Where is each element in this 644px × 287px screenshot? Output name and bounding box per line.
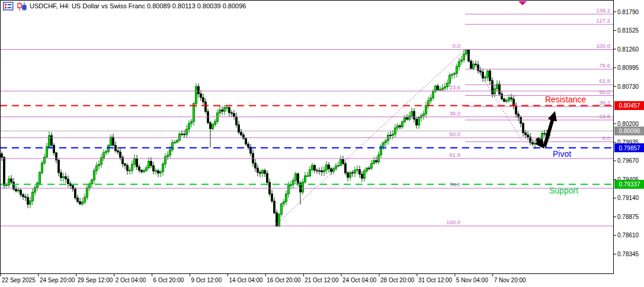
candle — [454, 73, 456, 75]
candle — [53, 145, 55, 153]
candle — [288, 186, 290, 194]
candle — [238, 125, 240, 133]
candle — [399, 126, 401, 127]
candle — [414, 111, 415, 119]
candle — [177, 140, 178, 142]
candle — [463, 54, 465, 60]
annotation-resistance[interactable]: Resistance — [545, 95, 586, 104]
candle — [437, 86, 439, 89]
candle — [210, 122, 212, 128]
price-tick-label: 0.81790 — [617, 9, 639, 15]
candle — [347, 173, 349, 178]
candle — [205, 102, 207, 111]
candle — [383, 143, 385, 146]
candle — [162, 164, 164, 172]
candle — [449, 75, 451, 83]
time-tick-label: 29 Sep 12:00 — [78, 277, 113, 283]
candle — [544, 133, 546, 134]
candle — [338, 166, 339, 166]
candle — [281, 204, 283, 215]
candle — [499, 84, 501, 94]
time-tick-label: 22 Sep 2025 — [2, 277, 36, 283]
candle — [188, 124, 190, 130]
candle — [461, 60, 463, 62]
annotation-pivot[interactable]: Pivot — [553, 149, 571, 159]
candle — [229, 108, 230, 113]
candle — [153, 166, 155, 171]
candle — [226, 108, 228, 108]
candle — [49, 136, 50, 147]
candle — [392, 134, 394, 136]
candle — [456, 66, 458, 73]
price-tick-label: 0.80200 — [617, 121, 639, 127]
candle — [459, 62, 460, 66]
candle — [485, 77, 486, 78]
candle — [506, 101, 508, 102]
candle — [212, 124, 214, 128]
candle — [345, 164, 347, 173]
fib-level-label: 38.2 — [450, 110, 461, 117]
candle — [267, 173, 268, 182]
candle — [371, 163, 373, 168]
candle — [150, 162, 152, 166]
candle — [525, 133, 527, 135]
candle — [527, 135, 529, 137]
candle — [86, 188, 88, 197]
candle — [196, 86, 197, 104]
candle — [65, 177, 67, 179]
candle — [200, 94, 202, 98]
chart-title: USDCHF, H4: US Dollar vs Swiss Franc 0.8… — [30, 2, 246, 9]
fib-level-label: 127.2 — [596, 17, 610, 24]
chart-canvas[interactable]: 0.023.638.250.061.878.6100.0138.2127.210… — [0, 0, 644, 287]
candle — [155, 171, 157, 172]
fib-level-label: 0.0 — [603, 135, 610, 141]
candle — [172, 143, 174, 150]
price-tick-label: 0.80995 — [617, 65, 639, 71]
candle — [523, 124, 524, 133]
candle — [369, 168, 370, 169]
candle — [364, 171, 366, 178]
fib-up-leg[interactable]: 0.023.638.250.061.878.6100.0 — [0, 43, 613, 226]
fib-level-label: 100.0 — [596, 43, 610, 49]
time-tick-label: 14 Oct 04:00 — [229, 277, 263, 283]
candle — [18, 190, 20, 191]
candle — [418, 118, 420, 125]
candle — [160, 172, 162, 173]
candle — [120, 152, 121, 157]
chart-shift-marker-icon[interactable] — [518, 1, 527, 5]
candle — [127, 166, 129, 171]
time-tick-label: 28 Oct 20:00 — [380, 277, 415, 283]
candle — [139, 167, 140, 170]
candle — [428, 101, 430, 106]
fib-level-label: 50.0 — [450, 131, 461, 137]
candle — [286, 194, 287, 202]
candle — [515, 106, 517, 114]
candle — [181, 134, 183, 134]
time-tick-label: 7 Nov 20:00 — [494, 277, 526, 283]
candle — [248, 144, 249, 147]
candle — [165, 157, 166, 164]
resistance-price: 0.80457 — [619, 102, 640, 109]
fib-level-label: 78.6 — [600, 62, 611, 69]
annotation-support[interactable]: Support — [549, 186, 578, 195]
candle — [468, 50, 470, 62]
candle — [186, 129, 188, 134]
chart-type-icon[interactable] — [17, 2, 27, 14]
candle — [335, 166, 337, 169]
candle — [470, 61, 472, 69]
candle — [236, 117, 238, 125]
candle — [191, 121, 193, 124]
candle — [41, 163, 43, 173]
chart-list-icon[interactable] — [3, 2, 14, 13]
candle — [233, 114, 235, 117]
candle — [319, 170, 321, 171]
candle — [141, 170, 143, 172]
candle — [58, 160, 60, 173]
candle — [94, 170, 95, 180]
candle — [444, 87, 446, 88]
time-tick-label: 16 Oct 20:00 — [267, 277, 301, 283]
candle — [124, 164, 126, 166]
candle — [51, 136, 53, 146]
price-tick-label: 0.79670 — [617, 157, 639, 164]
candle — [132, 165, 133, 170]
